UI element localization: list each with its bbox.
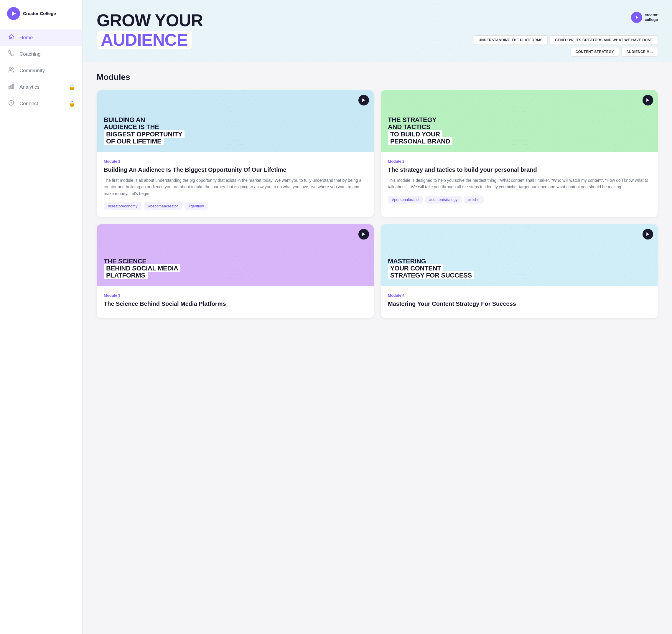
- module-2-body: Module 2 The strategy and tactics to bui…: [381, 152, 658, 211]
- connect-icon: [7, 100, 15, 108]
- modules-grid: BUILDING ANAUDIENCE IS THE BIGGEST OPPOR…: [97, 90, 658, 318]
- module-2-image-title: THE STRATEGYAND TACTICS TO BUILD YOUR PE…: [388, 116, 452, 145]
- svg-marker-13: [646, 233, 649, 236]
- logo-text: creator college: [23, 10, 56, 17]
- hero-text: GROW YOUR AUDIENCE: [97, 12, 203, 49]
- module-4-image-title: MASTERING YOUR CONTENT STRATEGY FOR SUCC…: [388, 258, 474, 279]
- sidebar-item-analytics[interactable]: Analytics 🔒: [0, 79, 82, 95]
- svg-marker-10: [362, 98, 365, 102]
- module-1-name: Building An Audience Is The Biggest Oppo…: [104, 166, 367, 173]
- sidebar-item-label-community: Community: [20, 68, 75, 74]
- svg-point-2: [12, 68, 14, 70]
- hero-banner: GROW YOUR AUDIENCE creator college UNDER…: [82, 0, 672, 62]
- svg-marker-11: [646, 98, 649, 102]
- hero-logo-icon: [631, 12, 642, 23]
- module-1-tag-1[interactable]: #becomeacreator: [144, 202, 182, 210]
- module-3-image: THE SCIENCE BEHIND SOCIAL MEDIA PLATFORM…: [97, 224, 374, 286]
- module-1-tag-0[interactable]: #creatoreconomy: [104, 202, 142, 210]
- main-content: GROW YOUR AUDIENCE creator college UNDER…: [82, 0, 672, 634]
- analytics-icon: [7, 83, 15, 91]
- svg-marker-9: [636, 16, 639, 19]
- sidebar-nav: Home Coaching Community: [0, 29, 82, 112]
- module-1-tag-2[interactable]: #genflow: [185, 202, 208, 210]
- hero-tab-audience[interactable]: AUDIENCE M...: [621, 47, 658, 56]
- svg-rect-5: [13, 84, 14, 89]
- modules-section: Modules BUILDING ANAUDIENCE IS THE BIGGE…: [82, 62, 672, 329]
- module-1-play-icon: [358, 95, 369, 105]
- module-2-image: THE STRATEGYAND TACTICS TO BUILD YOUR PE…: [381, 90, 658, 152]
- module-4-body: Module 4 Mastering Your Content Strategy…: [381, 286, 658, 318]
- module-1-body: Module 1 Building An Audience Is The Big…: [97, 152, 374, 217]
- module-3-image-title: THE SCIENCE BEHIND SOCIAL MEDIA PLATFORM…: [104, 258, 181, 279]
- module-4-image: MASTERING YOUR CONTENT STRATEGY FOR SUCC…: [381, 224, 658, 286]
- modules-title: Modules: [97, 72, 658, 82]
- hero-tab-genflow[interactable]: GENFLOW, ITS CREATORS AND WHAT WE HAVE D…: [550, 35, 658, 45]
- hero-tab-content-strategy[interactable]: CONTENT STRATEGY: [571, 47, 619, 56]
- svg-marker-12: [362, 233, 365, 236]
- coaching-icon: [7, 50, 15, 58]
- svg-marker-0: [13, 11, 16, 16]
- hero-tabs: UNDERSTANDING THE PLATFORMS GENFLOW, ITS…: [452, 35, 658, 56]
- module-1-tags: #creatoreconomy #becomeacreator #genflow: [104, 202, 367, 210]
- module-card-4[interactable]: MASTERING YOUR CONTENT STRATEGY FOR SUCC…: [381, 224, 658, 318]
- module-4-name: Mastering Your Content Strategy For Succ…: [388, 300, 651, 308]
- sidebar-item-home[interactable]: Home: [0, 29, 82, 46]
- module-2-name: The strategy and tactics to build your p…: [388, 166, 651, 173]
- module-2-play-icon: [643, 95, 653, 105]
- sidebar-item-coaching[interactable]: Coaching: [0, 46, 82, 63]
- logo-icon: [7, 7, 20, 20]
- logo: creator college: [0, 7, 82, 29]
- sidebar-item-community[interactable]: Community: [0, 63, 82, 79]
- hero-logo-text: creator college: [645, 13, 658, 22]
- module-1-label: Module 1: [104, 159, 367, 164]
- sidebar: creator college Home Coaching: [0, 0, 82, 634]
- module-card-2[interactable]: THE STRATEGYAND TACTICS TO BUILD YOUR PE…: [381, 90, 658, 217]
- module-1-desc: The first module is all about understand…: [104, 177, 367, 197]
- hero-title-line1: GROW YOUR: [97, 12, 203, 29]
- module-3-name: The Science Behind Social Media Platform…: [104, 300, 367, 308]
- module-3-body: Module 3 The Science Behind Social Media…: [97, 286, 374, 318]
- home-icon: [7, 33, 15, 42]
- community-icon: [7, 67, 15, 75]
- svg-rect-3: [9, 86, 10, 89]
- module-2-tag-2[interactable]: #niche: [464, 196, 483, 203]
- module-2-tags: #personalbrand #contentstrategy #niche: [388, 196, 651, 203]
- hero-tab-understanding[interactable]: UNDERSTANDING THE PLATFORMS: [474, 35, 548, 45]
- module-card-3[interactable]: THE SCIENCE BEHIND SOCIAL MEDIA PLATFORM…: [97, 224, 374, 318]
- module-2-tag-0[interactable]: #personalbrand: [388, 196, 423, 203]
- module-3-label: Module 3: [104, 293, 367, 297]
- sidebar-item-label-home: Home: [20, 35, 75, 41]
- module-3-play-icon: [358, 229, 369, 240]
- hero-title-line2: AUDIENCE: [97, 31, 192, 49]
- svg-rect-4: [10, 85, 12, 89]
- sidebar-item-label-connect: Connect: [20, 101, 65, 107]
- hero-logo: creator college: [631, 12, 658, 23]
- module-4-play-icon: [643, 229, 653, 240]
- analytics-lock-icon: 🔒: [69, 84, 75, 91]
- module-4-label: Module 4: [388, 293, 651, 297]
- module-2-tag-1[interactable]: #contentstrategy: [425, 196, 461, 203]
- module-2-label: Module 2: [388, 159, 651, 164]
- svg-point-1: [9, 68, 11, 70]
- module-2-desc: This module is designed to help you solv…: [388, 177, 651, 190]
- sidebar-item-connect[interactable]: Connect 🔒: [0, 95, 82, 112]
- sidebar-item-label-coaching: Coaching: [20, 51, 75, 57]
- connect-lock-icon: 🔒: [69, 100, 75, 107]
- sidebar-item-label-analytics: Analytics: [20, 84, 65, 90]
- module-1-image: BUILDING ANAUDIENCE IS THE BIGGEST OPPOR…: [97, 90, 374, 152]
- module-1-image-title: BUILDING ANAUDIENCE IS THE BIGGEST OPPOR…: [104, 116, 185, 145]
- module-card-1[interactable]: BUILDING ANAUDIENCE IS THE BIGGEST OPPOR…: [97, 90, 374, 217]
